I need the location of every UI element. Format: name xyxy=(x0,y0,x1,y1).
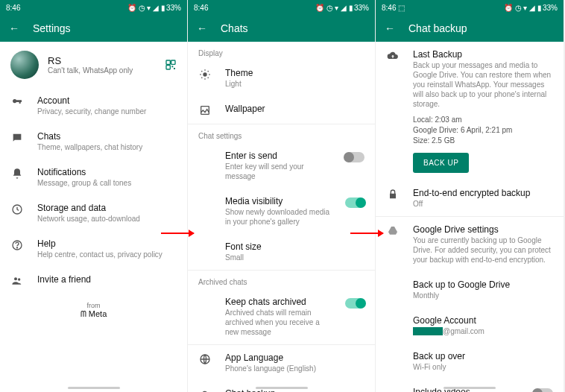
cloud-up-icon xyxy=(198,389,212,392)
phone-chats: 8:46 ⏰ ◷ ▾ ◢ ▮33% ← Chats Display ThemeL… xyxy=(188,0,376,392)
clock: 8:46 ⬚ xyxy=(382,4,405,12)
chats-keep-archived[interactable]: Keep chats archivedArchived chats will r… xyxy=(188,289,375,344)
chat-icon xyxy=(10,132,24,144)
wallpaper-icon xyxy=(198,104,212,116)
key-icon xyxy=(10,96,24,108)
settings-chats[interactable]: ChatsTheme, wallpapers, chat history xyxy=(0,124,187,159)
arrow-annotation xyxy=(350,233,383,234)
back-icon[interactable]: ← xyxy=(385,22,395,34)
qr-icon[interactable] xyxy=(165,59,177,71)
svg-rect-2 xyxy=(166,66,170,69)
backup-over[interactable]: Back up overWi-Fi only xyxy=(376,344,564,379)
drive-icon xyxy=(386,225,400,237)
chats-media[interactable]: Media visibilityShow newly downloaded me… xyxy=(188,189,375,234)
include-videos[interactable]: Include videos xyxy=(376,379,564,392)
page-title: Chat backup xyxy=(408,22,467,34)
status-icons: ⏰ ◷ ▾ ◢ ▮33% xyxy=(127,4,181,12)
profile-status: Can't talk, WhatsApp only xyxy=(48,66,156,75)
chats-font[interactable]: Font sizeSmall xyxy=(188,234,375,270)
app-bar: ← Chats xyxy=(188,15,375,42)
app-bar: ← Chat backup xyxy=(376,15,564,42)
chats-language[interactable]: App LanguagePhone's language (English) xyxy=(188,345,375,381)
settings-notifications[interactable]: NotificationsMessage, group & call tones xyxy=(0,159,187,195)
phone-backup: 8:46 ⬚ ⏰ ◷ ▾ ◢ ▮33% ← Chat backup Last B… xyxy=(376,0,564,392)
svg-rect-3 xyxy=(171,66,173,67)
status-icons: ⏰ ◷ ▾ ◢ ▮33% xyxy=(315,4,369,12)
lock-icon xyxy=(386,189,400,200)
toggle-media[interactable] xyxy=(345,197,364,208)
google-account[interactable]: Google Account xxxxxxxx@gmail.com xyxy=(376,308,564,344)
page-title: Chats xyxy=(221,22,248,34)
chats-theme[interactable]: ThemeLight xyxy=(188,60,375,96)
svg-rect-0 xyxy=(166,60,170,64)
svg-point-7 xyxy=(16,247,17,248)
nav-bar[interactable] xyxy=(256,387,308,389)
svg-rect-1 xyxy=(171,60,175,64)
meta-logo: ᗰ Meta xyxy=(0,309,187,319)
page-title: Settings xyxy=(33,22,71,34)
clock: 8:46 xyxy=(194,4,208,12)
backup-freq[interactable]: Back up to Google DriveMonthly xyxy=(376,272,564,308)
nav-bar[interactable] xyxy=(444,387,496,389)
last-backup: Last Backup Back up your messages and me… xyxy=(376,42,564,180)
svg-rect-4 xyxy=(174,68,175,69)
profile-row[interactable]: RS Can't talk, WhatsApp only xyxy=(0,42,187,88)
status-bar: 8:46 ⏰ ◷ ▾ ◢ ▮33% xyxy=(0,0,187,15)
e2e-backup[interactable]: End-to-end encrypted backupOff xyxy=(376,180,564,216)
clock: 8:46 xyxy=(6,4,20,12)
status-icons: ⏰ ◷ ▾ ◢ ▮33% xyxy=(504,4,558,12)
status-bar: 8:46 ⬚ ⏰ ◷ ▾ ◢ ▮33% xyxy=(376,0,564,15)
arrow-annotation xyxy=(161,233,194,234)
chats-enter[interactable]: Enter is sendEnter key will send your me… xyxy=(188,143,375,189)
settings-storage[interactable]: Storage and dataNetwork usage, auto-down… xyxy=(0,195,187,231)
people-icon xyxy=(10,275,24,287)
gdrive-settings: Google Drive settingsYou are currently b… xyxy=(376,217,564,272)
toggle-keep[interactable] xyxy=(345,298,364,309)
storage-icon xyxy=(10,203,24,215)
theme-icon xyxy=(198,69,212,80)
bell-icon xyxy=(10,168,24,180)
app-bar: ← Settings xyxy=(0,15,187,42)
chats-wallpaper[interactable]: Wallpaper xyxy=(188,96,375,124)
from-label: from xyxy=(0,302,187,309)
svg-point-9 xyxy=(18,278,20,280)
cloud-up-icon xyxy=(386,50,400,62)
svg-point-8 xyxy=(14,277,17,280)
nav-bar[interactable] xyxy=(68,387,120,389)
back-icon[interactable]: ← xyxy=(9,22,19,34)
globe-icon xyxy=(198,353,212,365)
settings-invite[interactable]: Invite a friend xyxy=(0,267,187,294)
toggle-videos[interactable] xyxy=(534,388,553,392)
status-bar: 8:46 ⏰ ◷ ▾ ◢ ▮33% xyxy=(188,0,375,15)
settings-account[interactable]: AccountPrivacy, security, change number xyxy=(0,88,187,124)
back-icon[interactable]: ← xyxy=(197,22,207,34)
section-archived: Archived chats xyxy=(188,271,375,289)
svg-point-10 xyxy=(203,72,206,76)
section-chatset: Chat settings xyxy=(188,124,375,143)
profile-name: RS xyxy=(48,55,156,66)
section-display: Display xyxy=(188,42,375,60)
avatar xyxy=(10,51,39,79)
help-icon xyxy=(10,239,24,251)
backup-button[interactable]: BACK UP xyxy=(413,153,469,173)
phone-settings: 8:46 ⏰ ◷ ▾ ◢ ▮33% ← Settings RS Can't ta… xyxy=(0,0,188,392)
toggle-enter[interactable] xyxy=(345,152,364,162)
settings-help[interactable]: HelpHelp centre, contact us, privacy pol… xyxy=(0,231,187,267)
